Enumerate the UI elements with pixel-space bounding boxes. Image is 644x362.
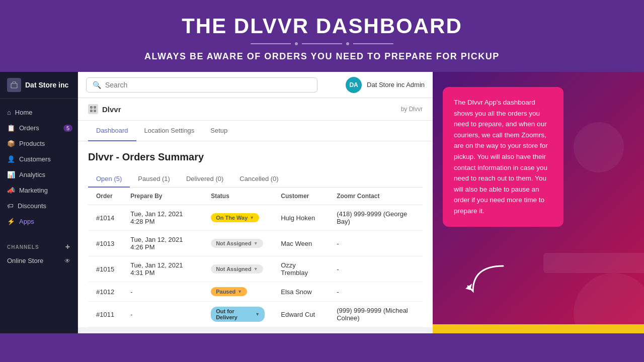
cell-customer: Hulg Hoken [273, 205, 329, 231]
sidebar: Dat Store inc ⌂ Home 📋 Orders 5 📦 Produc… [0, 72, 78, 333]
status-badge-out-delivery[interactable]: Out for Delivery ▼ [211, 307, 265, 322]
channels-section: CHANNELS + [0, 235, 77, 253]
table-row: #1011 - Out for Delivery ▼ Edward Cut (9… [88, 302, 423, 327]
home-icon: ⌂ [7, 109, 11, 116]
col-zoomr: Zoomr Contact [329, 188, 423, 205]
marketing-icon: 📣 [7, 187, 15, 194]
app-window: 🔍 DA Dat Store inc Admin Dlvvr by Dlvvr … [78, 72, 433, 333]
sidebar-item-online-store[interactable]: Online Store 👁 [0, 253, 77, 268]
cell-prepare-by: Tue, Jan 12, 2021 4:31 PM [122, 256, 203, 282]
table-row: #1013 Tue, Jan 12, 2021 4:26 PM Not Assi… [88, 231, 423, 256]
svg-rect-0 [11, 83, 17, 88]
apps-icon: ⚡ [7, 218, 15, 225]
search-icon: 🔍 [93, 81, 101, 89]
tab-setup[interactable]: Setup [202, 121, 235, 141]
status-tab-delivered[interactable]: Delivered (0) [178, 171, 231, 188]
orders-table: Order Prepare By Status Customer Zoomr C… [88, 188, 423, 327]
search-input[interactable] [105, 81, 311, 89]
sidebar-item-apps[interactable]: ⚡ Apps [0, 214, 77, 229]
top-banner: THE DLVVR DASHBOARD ALWAYS BE AWARE OF O… [0, 0, 644, 72]
app-tabs: Dashboard Location Settings Setup [78, 121, 433, 141]
store-name[interactable]: Dat Store inc [0, 72, 77, 99]
status-badge-not-assigned[interactable]: Not Assigned ▼ [211, 264, 263, 274]
avatar[interactable]: DA [346, 77, 362, 93]
sidebar-nav: ⌂ Home 📋 Orders 5 📦 Products 👤 Customers… [0, 99, 77, 235]
cell-status: Out for Delivery ▼ [203, 302, 273, 327]
sidebar-item-marketing[interactable]: 📣 Marketing [0, 183, 77, 198]
divider [0, 42, 644, 45]
svg-rect-4 [94, 110, 96, 112]
topbar: 🔍 DA Dat Store inc Admin [78, 72, 433, 98]
banner-title: THE DLVVR DASHBOARD [0, 14, 644, 38]
table-row: #1012 - Paused ▼ Elsa Snow - [88, 282, 423, 302]
table-row: #1015 Tue, Jan 12, 2021 4:31 PM Not Assi… [88, 256, 423, 282]
add-channel-button[interactable]: + [65, 242, 70, 251]
app-name: Dlvvr [102, 105, 121, 114]
cell-status: On The Way ▼ [203, 205, 273, 231]
cell-prepare-by: Tue, Jan 12, 2021 4:26 PM [122, 231, 203, 256]
col-status: Status [203, 188, 273, 205]
sidebar-item-analytics[interactable]: 📊 Analytics [0, 167, 77, 183]
discounts-icon: 🏷 [7, 202, 14, 210]
status-badge-paused[interactable]: Paused ▼ [211, 287, 247, 296]
cell-zoomr: - [329, 256, 423, 282]
cell-zoomr: (418) 999-9999 (George Bay) [329, 205, 423, 231]
sidebar-item-customers[interactable]: 👤 Customers [0, 151, 77, 167]
yellow-bar [433, 324, 644, 333]
status-tab-cancelled[interactable]: Cancelled (0) [231, 171, 286, 188]
cell-prepare-by: - [122, 282, 203, 302]
cell-order: #1014 [88, 205, 122, 231]
cell-customer: Mac Ween [273, 231, 329, 256]
cell-order: #1012 [88, 282, 122, 302]
app-title-row: Dlvvr [88, 104, 401, 114]
banner-subtitle: ALWAYS BE AWARE OF ORDERS YOU NEED TO PR… [0, 51, 644, 62]
svg-rect-1 [90, 106, 93, 109]
cell-zoomr: (999) 999-9999 (Micheal Colnee) [329, 302, 423, 327]
cell-status: Paused ▼ [203, 282, 273, 302]
customers-icon: 👤 [7, 155, 15, 163]
sidebar-item-discounts[interactable]: 🏷 Discounts [0, 198, 77, 214]
cell-prepare-by: - [122, 302, 203, 327]
col-prepare-by: Prepare By [122, 188, 203, 205]
right-section: The Dlvvr App's dashboard shows you all … [433, 72, 644, 333]
status-tab-open[interactable]: Open (5) [88, 171, 130, 188]
status-tab-paused[interactable]: Paused (1) [130, 171, 178, 188]
analytics-icon: 📊 [7, 171, 15, 178]
cell-zoomr: - [329, 231, 423, 256]
col-customer: Customer [273, 188, 329, 205]
status-badge-not-assigned[interactable]: Not Assigned ▼ [211, 239, 263, 248]
status-tabs: Open (5) Paused (1) Delivered (0) Cancel… [88, 171, 423, 188]
sidebar-item-products[interactable]: 📦 Products [0, 136, 77, 151]
sidebar-item-home[interactable]: ⌂ Home [0, 105, 77, 120]
eye-icon: 👁 [64, 257, 70, 264]
arrow-decoration [463, 261, 513, 303]
page-title: Dlvvr - Orders Summary [88, 151, 423, 163]
tab-dashboard[interactable]: Dashboard [88, 121, 136, 141]
table-row: #1014 Tue, Jan 12, 2021 4:28 PM On The W… [88, 205, 423, 231]
tooltip-text: The Dlvvr App's dashboard shows you all … [454, 97, 552, 217]
cell-zoomr: - [329, 282, 423, 302]
orders-summary: Dlvvr - Orders Summary Open (5) Paused (… [78, 141, 433, 327]
orders-icon: 📋 [7, 124, 15, 132]
cell-status: Not Assigned ▼ [203, 256, 273, 282]
cell-prepare-by: Tue, Jan 12, 2021 4:28 PM [122, 205, 203, 231]
status-badge-on-way[interactable]: On The Way ▼ [211, 213, 259, 222]
topbar-right: DA Dat Store inc Admin [346, 77, 425, 93]
deco-rect [543, 253, 644, 273]
store-name-label: Dat Store inc [25, 81, 68, 89]
app-by: by Dlvvr [401, 106, 423, 113]
cell-order: #1011 [88, 302, 122, 327]
tooltip-card: The Dlvvr App's dashboard shows you all … [443, 87, 564, 227]
tab-location-settings[interactable]: Location Settings [136, 121, 203, 141]
store-icon [7, 78, 21, 92]
sidebar-item-orders[interactable]: 📋 Orders 5 [0, 120, 77, 136]
cell-customer: Elsa Snow [273, 282, 329, 302]
orders-badge: 5 [63, 125, 72, 132]
search-bar[interactable]: 🔍 [86, 77, 317, 93]
app-header-bar: Dlvvr by Dlvvr [78, 98, 433, 121]
cell-order: #1013 [88, 231, 122, 256]
svg-rect-3 [90, 110, 93, 112]
cell-status: Not Assigned ▼ [203, 231, 273, 256]
products-icon: 📦 [7, 140, 15, 147]
col-order: Order [88, 188, 122, 205]
